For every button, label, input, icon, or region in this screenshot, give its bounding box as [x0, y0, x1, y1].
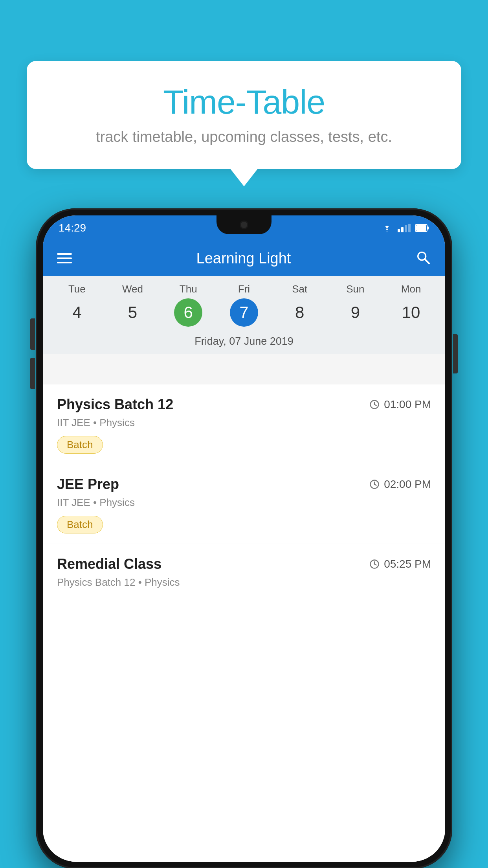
status-icons: [381, 223, 429, 233]
battery-icon: [415, 224, 429, 232]
days-row: Tue4Wed5Thu6Fri7Sat8Sun9Mon10: [43, 283, 445, 327]
notch: [216, 215, 272, 234]
app-bar: Learning Light: [43, 241, 445, 276]
schedule-time: 05:25 PM: [369, 558, 431, 570]
schedule-time: 01:00 PM: [369, 398, 431, 411]
schedule-subtitle: IIT JEE • Physics: [57, 497, 431, 509]
speech-bubble-card: Time-Table track timetable, upcoming cla…: [27, 61, 461, 169]
svg-rect-2: [416, 225, 426, 231]
schedule-list: Physics Batch 1201:00 PMIIT JEE • Physic…: [43, 384, 445, 862]
day-number: 6: [174, 298, 202, 327]
batch-badge: Batch: [57, 436, 103, 454]
svg-rect-1: [427, 226, 429, 230]
schedule-item[interactable]: Physics Batch 1201:00 PMIIT JEE • Physic…: [43, 384, 445, 464]
signal-icon: [398, 224, 411, 232]
day-name: Tue: [68, 283, 86, 295]
schedule-title: JEE Prep: [57, 476, 119, 493]
day-name: Wed: [122, 283, 143, 295]
phone-screen: 14:29: [43, 215, 445, 862]
volume-down-button: [30, 358, 35, 389]
bubble-title: Time-Table: [50, 83, 438, 121]
menu-button[interactable]: [57, 253, 72, 263]
selected-date-label: Friday, 07 June 2019: [43, 331, 445, 354]
calendar-day-tue[interactable]: Tue4: [53, 283, 101, 327]
schedule-item[interactable]: Remedial Class05:25 PMPhysics Batch 12 •…: [43, 544, 445, 606]
day-number: 5: [119, 298, 147, 327]
power-button: [453, 334, 458, 373]
schedule-subtitle: Physics Batch 12 • Physics: [57, 576, 431, 588]
day-number: 8: [286, 298, 314, 327]
clock-icon: [369, 399, 380, 410]
schedule-item-header: Remedial Class05:25 PM: [57, 556, 431, 572]
app-title: Learning Light: [72, 250, 415, 267]
wifi-icon: [381, 223, 393, 233]
camera: [240, 221, 248, 229]
schedule-item[interactable]: JEE Prep02:00 PMIIT JEE • PhysicsBatch: [43, 464, 445, 544]
schedule-title: Physics Batch 12: [57, 396, 173, 413]
calendar-day-sun[interactable]: Sun9: [332, 283, 379, 327]
time-text: 05:25 PM: [384, 558, 431, 570]
day-number: 10: [397, 298, 425, 327]
batch-badge: Batch: [57, 516, 103, 533]
calendar-day-wed[interactable]: Wed5: [109, 283, 156, 327]
day-name: Thu: [180, 283, 197, 295]
clock-icon: [369, 559, 380, 570]
calendar-day-thu[interactable]: Thu6: [165, 283, 212, 327]
svg-line-4: [425, 259, 429, 263]
day-name: Fri: [238, 283, 250, 295]
schedule-item-header: JEE Prep02:00 PM: [57, 476, 431, 493]
bubble-subtitle: track timetable, upcoming classes, tests…: [50, 129, 438, 145]
day-number: 9: [341, 298, 369, 327]
calendar-day-fri[interactable]: Fri7: [220, 283, 268, 327]
time-text: 02:00 PM: [384, 478, 431, 491]
search-icon: [415, 250, 431, 265]
calendar-day-sat[interactable]: Sat8: [276, 283, 323, 327]
schedule-time: 02:00 PM: [369, 478, 431, 491]
day-name: Sun: [346, 283, 364, 295]
schedule-item-header: Physics Batch 1201:00 PM: [57, 396, 431, 413]
day-name: Mon: [401, 283, 421, 295]
phone-mockup: 14:29: [36, 208, 452, 868]
status-time: 14:29: [59, 222, 86, 234]
phone-body: 14:29: [36, 208, 452, 868]
day-number: 7: [230, 298, 258, 327]
day-name: Sat: [292, 283, 307, 295]
clock-icon: [369, 479, 380, 490]
schedule-title: Remedial Class: [57, 556, 161, 572]
volume-up-button: [30, 318, 35, 350]
day-number: 4: [63, 298, 91, 327]
calendar-strip: Tue4Wed5Thu6Fri7Sat8Sun9Mon10 Friday, 07…: [43, 276, 445, 354]
search-button[interactable]: [415, 250, 431, 267]
schedule-subtitle: IIT JEE • Physics: [57, 417, 431, 429]
time-text: 01:00 PM: [384, 398, 431, 411]
calendar-day-mon[interactable]: Mon10: [387, 283, 435, 327]
